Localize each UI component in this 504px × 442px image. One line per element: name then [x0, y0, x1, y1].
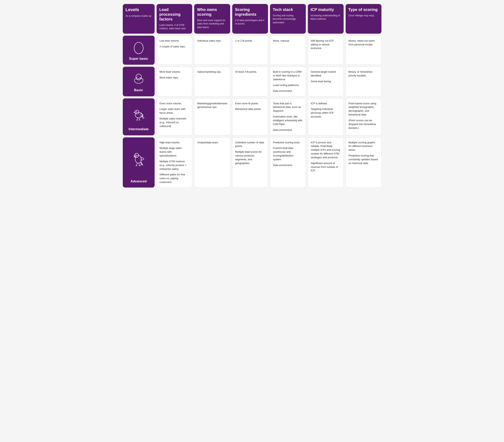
header-col3: Scoring ingredients # of data points/typ… — [232, 4, 268, 34]
row0-col5: Still figuring out ICP; talking to almos… — [308, 36, 344, 65]
svg-point-1 — [136, 74, 141, 80]
col3-title: Scoring ingredients — [235, 7, 265, 17]
row3-col1-text: Multiple large sales teams with speciali… — [159, 146, 190, 158]
row2-col4-text: Tools that pull in behavioral data, such… — [273, 102, 303, 113]
row0-col1-text: A couple of sales reps. — [159, 45, 190, 49]
svg-point-0 — [134, 42, 143, 54]
header-col6: Type of scoring (Your mileage may vary) — [346, 4, 382, 34]
col6-sub: (Your mileage may vary) — [348, 14, 379, 17]
row3-col1-text: High lead volume. — [159, 141, 190, 145]
row0-col1-text: Low lead volume. — [159, 39, 190, 43]
row3-col5: ICP is proven and reliable. Potentially … — [308, 137, 344, 187]
row1-col5-text: General target market identified. — [311, 70, 341, 78]
svg-point-2 — [137, 76, 138, 77]
header-levels: Levels As a company scales up — [123, 4, 155, 34]
row2-col1-text: Multiple sales channels (e.g., inbound v… — [159, 117, 190, 128]
row1-col4-text: Built-in scoring in a CRM or MAP like Hu… — [273, 70, 303, 81]
row1-col3-text: At least 3 fit points. — [235, 70, 265, 74]
row2-col3-text: Even more fit points. — [235, 102, 265, 106]
header-col5: ICP maturity Increasing understanding of… — [308, 4, 344, 34]
svg-point-14 — [135, 155, 136, 156]
row1-col4-text: Lead routing platforms. — [273, 83, 303, 87]
row2-col4-text: Automation tools, like intelligent sched… — [273, 115, 303, 126]
row0-col4-text: None, manual. — [273, 39, 303, 43]
row2-col3: Even more fit points.Behavioral data poi… — [232, 98, 268, 135]
intermediate-label: Intermediate — [129, 127, 149, 132]
svg-line-20 — [139, 165, 139, 166]
row1-col3: At least 3 fit points. — [232, 67, 268, 96]
super-basic-label: Super basic — [129, 56, 148, 61]
row2-col6: Point-based score using weighted firmogr… — [346, 98, 382, 135]
svg-line-6 — [137, 118, 138, 120]
row2-col4-text: Data enrichment. — [273, 128, 303, 132]
basic-label: Basic — [134, 88, 143, 93]
row3-col6-text: Multiple scoring graphs for different bu… — [348, 141, 379, 152]
row2-col5: ICP is defined.Targeting individual pers… — [308, 98, 344, 135]
row0-col6: Binary; weed out spam from personal emai… — [346, 36, 382, 65]
level-advanced: Advanced — [123, 137, 155, 187]
main-grid: Levels As a company scales up Lead proce… — [123, 4, 382, 187]
row1-col2-text: Sales/marketing ops. — [197, 70, 227, 74]
row2-col2: Marketing/growth/demand gen/revenue ops. — [194, 98, 230, 135]
row3-col6: Multiple scoring graphs for different bu… — [346, 137, 382, 187]
col1-sub: Lead volume, # of GTM motions, sales tea… — [159, 23, 190, 31]
row3-col4-text: Data enrichment. — [273, 164, 303, 167]
row3-col1: High lead volume.Multiple large sales te… — [156, 137, 192, 187]
row2-col1: Even more volume.Larger sales team with … — [156, 98, 192, 135]
row1-col5-text: Some lead tiering. — [311, 80, 341, 83]
row3-col4-text: Custom-built data warehouse and scoring/… — [273, 146, 303, 161]
row1-col2: Sales/marketing ops. — [194, 67, 230, 96]
row3-col4: Predictive scoring tools.Custom-built da… — [270, 137, 306, 187]
row2-col5-text: Targeting individual personas within ICP… — [311, 107, 341, 119]
falcon-icon — [132, 150, 146, 168]
row3-col6-text: Predictive scoring that constantly updat… — [348, 154, 379, 165]
row2-col2-text: Marketing/growth/demand gen/revenue ops. — [197, 102, 227, 109]
row1-col6-text: Binary, or hi/med/low priority buckets. — [348, 70, 379, 78]
header-col1: Lead processing factors Lead volume, # o… — [156, 4, 192, 34]
header-col2: Who owns scoring More and more support f… — [194, 4, 230, 34]
basic-icon — [132, 70, 146, 86]
row1-col1-text: More lead volume. — [159, 70, 190, 74]
svg-point-5 — [136, 111, 137, 112]
level-super-basic: Super basic — [123, 36, 155, 65]
hatching-chick-icon — [132, 71, 146, 85]
advanced-label: Advanced — [131, 179, 147, 184]
svg-line-7 — [139, 118, 139, 120]
row3-col4-text: Predictive scoring tools. — [273, 141, 303, 145]
svg-line-18 — [137, 165, 137, 166]
row3-col5-text: Significant amount of revenue from outsi… — [311, 162, 341, 173]
row1-col1: More lead volume.More sales reps. — [156, 67, 192, 96]
col2-sub: More and more support for sales from mar… — [197, 19, 227, 29]
row0-col2-text: Individual sales reps. — [197, 39, 227, 43]
col1-title: Lead processing factors — [159, 7, 190, 21]
row2-col4: Tools that pull in behavioral data, such… — [270, 98, 306, 135]
row3-col1-text: Multiple GTM motions (e.g., velocity pro… — [159, 160, 190, 171]
header-col4: Tech stack Scoring and routing becomes i… — [270, 4, 306, 34]
row3-col2-text: Analyst/data team. — [197, 141, 227, 145]
row0-col1: Low lead volume.A couple of sales reps. — [156, 36, 192, 65]
row1-col5: General target market identified.Some le… — [308, 67, 344, 96]
svg-line-15 — [137, 163, 137, 165]
row3-col1-text: Different paths for free users vs. payin… — [159, 173, 190, 184]
col3-sub: # of data points/types and # of scores — [235, 19, 265, 26]
row2-col3-text: Behavioral data points. — [235, 107, 265, 111]
row0-col2: Individual sales reps. — [194, 36, 230, 65]
col5-sub: Increasing understanding of ideal custom… — [311, 14, 341, 21]
young-bird-icon — [132, 105, 146, 121]
row0-col4: None, manual. — [270, 36, 306, 65]
row2-col1-text: Even more volume. — [159, 102, 190, 106]
row3-col3: Unlimited number of data points.Multiple… — [232, 137, 268, 187]
svg-line-16 — [139, 163, 139, 165]
levels-title: Levels — [125, 7, 152, 12]
row3-col3-text: Unlimited number of data points. — [235, 141, 265, 148]
row1-col4-text: Data enrichment. — [273, 89, 303, 93]
row1-col1-text: More sales reps. — [159, 76, 190, 80]
row3-col2: Analyst/data team. — [194, 137, 230, 187]
svg-line-11 — [139, 120, 139, 121]
row0-col3-text: 1 or 2 fit points. — [235, 39, 265, 43]
row3-col3-text: Multiple lead scores for various product… — [235, 150, 265, 165]
col4-title: Tech stack — [273, 7, 303, 12]
row2-col1-text: Larger sales team with focus areas. — [159, 107, 190, 115]
egg-icon — [132, 39, 146, 55]
row3-col5-text: ICP is proven and reliable. Potentially … — [311, 141, 341, 160]
